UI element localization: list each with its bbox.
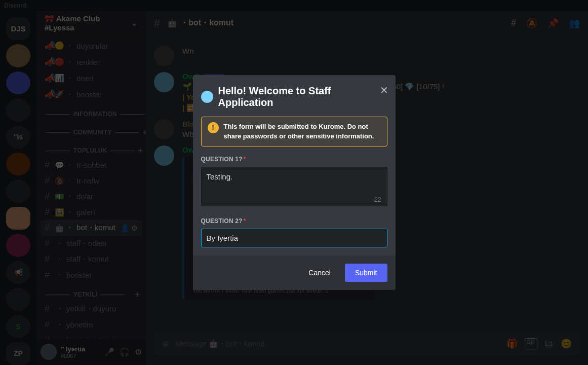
submit-button[interactable]: Submit <box>345 264 387 282</box>
q2-label: QUESTION 2?* <box>201 217 387 225</box>
q1-input[interactable] <box>201 167 387 206</box>
q1-label: QUESTION 1?* <box>201 156 387 163</box>
warning-icon: ! <box>208 122 219 133</box>
warning-text: This form will be submitted to Kurome. D… <box>224 122 381 140</box>
modal-title: Hello! Welcome to Staff Application <box>218 85 387 108</box>
modal: Hello! Welcome to Staff Application ✕ ! … <box>193 75 396 289</box>
warning-box: ! This form will be submitted to Kurome.… <box>201 117 387 146</box>
close-icon[interactable]: ✕ <box>380 84 388 96</box>
modal-overlay: Hello! Welcome to Staff Application ✕ ! … <box>0 0 588 365</box>
cancel-button[interactable]: Cancel <box>298 264 341 282</box>
q2-input[interactable] <box>201 229 387 247</box>
char-count: 22 <box>374 196 381 203</box>
modal-icon <box>201 91 213 103</box>
